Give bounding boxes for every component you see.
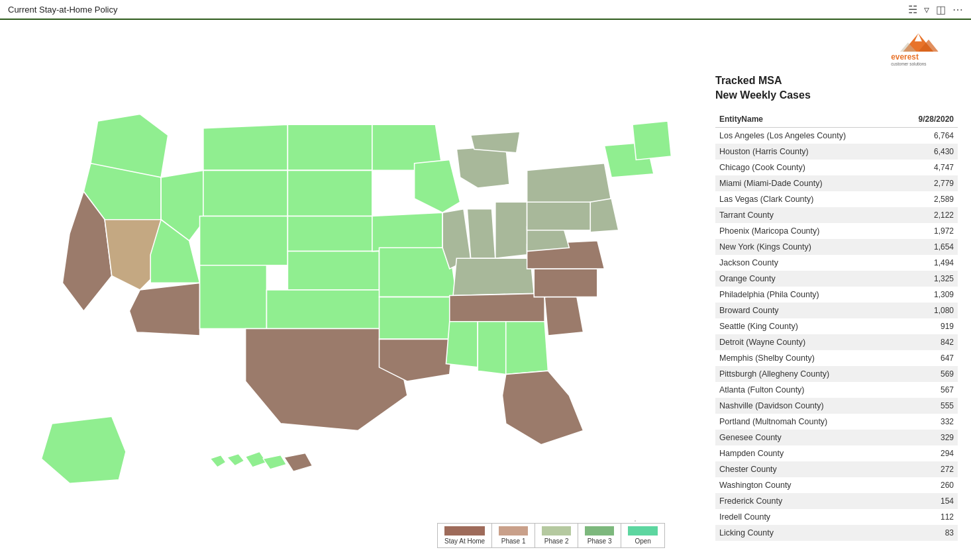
- entity-name-cell: Chicago (Cook County): [715, 160, 899, 175]
- table-row: Chicago (Cook County)4,747: [715, 160, 958, 175]
- table-row: Orange County1,325: [715, 271, 958, 287]
- us-map: [13, 38, 689, 541]
- table-row: Houston (Harris County)6,430: [715, 144, 958, 160]
- header: Current Stay-at-Home Policy ☵ ▿ ◫ ⋯: [0, 0, 971, 20]
- panel-title-line1: Tracked MSA: [715, 75, 782, 86]
- legend-color-swatch: [628, 526, 658, 536]
- svg-text:customer solutions: customer solutions: [891, 62, 926, 66]
- table-row: New York (Kings County)1,654: [715, 239, 958, 255]
- table-row: Detroit (Wayne County)842: [715, 334, 958, 350]
- value-cell: 919: [899, 318, 958, 334]
- value-cell: 6,430: [899, 144, 958, 160]
- page-title: Current Stay-at-Home Policy: [8, 5, 117, 15]
- entity-name-cell: Orange County: [715, 271, 899, 287]
- value-cell: 260: [899, 477, 958, 493]
- table-row: Iredell County112: [715, 509, 958, 525]
- data-table: EntityName 9/28/2020 Los Angeles (Los An…: [715, 111, 958, 541]
- value-cell: 1,494: [899, 255, 958, 271]
- everest-logo: everest customer solutions: [885, 30, 958, 67]
- entity-name-cell: Philadelphia (Phila County): [715, 287, 899, 303]
- panel-title: Tracked MSANew Weekly Cases: [715, 73, 958, 103]
- right-panel: everest customer solutions Tracked MSANe…: [702, 20, 971, 560]
- legend-item: Phase 2: [535, 524, 578, 547]
- legend-label: Phase 2: [544, 537, 569, 545]
- entity-name-cell: Phoenix (Maricopa County): [715, 223, 899, 239]
- table-row: Memphis (Shelby County)647: [715, 350, 958, 366]
- map-legend: [635, 520, 636, 522]
- save-icon[interactable]: ◫: [936, 3, 946, 16]
- value-cell: 272: [899, 461, 958, 477]
- table-row: Jackson County1,494: [715, 255, 958, 271]
- value-cell: 647: [899, 350, 958, 366]
- column-entity: EntityName: [715, 111, 899, 128]
- entity-name-cell: Hampden County: [715, 445, 899, 461]
- table-row: Broward County1,080: [715, 303, 958, 318]
- value-cell: 2,779: [899, 175, 958, 191]
- value-cell: 1,309: [899, 287, 958, 303]
- value-cell: 1,325: [899, 271, 958, 287]
- legend-label: Open: [635, 537, 650, 545]
- value-cell: 842: [899, 334, 958, 350]
- table-row: Phoenix (Maricopa County)1,972: [715, 223, 958, 239]
- entity-name-cell: Frederick County: [715, 493, 899, 509]
- table-row: Atlanta (Fulton County)567: [715, 382, 958, 398]
- value-cell: 2,122: [899, 207, 958, 223]
- table-row: Las Vegas (Clark County)2,589: [715, 191, 958, 207]
- entity-name-cell: Las Vegas (Clark County): [715, 191, 899, 207]
- svg-text:everest: everest: [891, 52, 919, 62]
- entity-name-cell: Atlanta (Fulton County): [715, 382, 899, 398]
- column-date: 9/28/2020: [899, 111, 958, 128]
- value-cell: 6,764: [899, 127, 958, 144]
- legend-item: Stay At Home: [438, 524, 492, 547]
- entity-name-cell: Chester County: [715, 461, 899, 477]
- value-cell: 332: [899, 414, 958, 430]
- table-row: Genesee County329: [715, 430, 958, 445]
- table-row: Washington County260: [715, 477, 958, 493]
- filter-icon[interactable]: ▿: [924, 3, 929, 16]
- entity-name-cell: Houston (Harris County): [715, 144, 899, 160]
- value-cell: 2,589: [899, 191, 958, 207]
- entity-name-cell: New York (Kings County): [715, 239, 899, 255]
- entity-name-cell: Washington County: [715, 477, 899, 493]
- more-icon[interactable]: ⋯: [952, 3, 963, 16]
- table-row: Nashville (Davidson County)555: [715, 398, 958, 414]
- table-body: Los Angeles (Los Angeles County)6,764Hou…: [715, 127, 958, 541]
- table-row: Tarrant County2,122: [715, 207, 958, 223]
- value-cell: 555: [899, 398, 958, 414]
- entity-name-cell: Licking County: [715, 525, 899, 541]
- entity-name-cell: Tarrant County: [715, 207, 899, 223]
- legend-label: Phase 1: [501, 537, 526, 545]
- table-row: Chester County272: [715, 461, 958, 477]
- entity-name-cell: Los Angeles (Los Angeles County): [715, 127, 899, 144]
- value-cell: 154: [899, 493, 958, 509]
- value-cell: 567: [899, 382, 958, 398]
- copy-icon[interactable]: ☵: [908, 3, 917, 16]
- value-cell: 1,654: [899, 239, 958, 255]
- map-area: [0, 20, 702, 560]
- legend-color-swatch: [444, 526, 485, 536]
- value-cell: 112: [899, 509, 958, 525]
- table-row: Philadelphia (Phila County)1,309: [715, 287, 958, 303]
- value-cell: 1,972: [899, 223, 958, 239]
- value-cell: 4,747: [899, 160, 958, 175]
- legend-color-swatch: [499, 526, 528, 536]
- legend-label: Phase 3: [588, 537, 612, 545]
- entity-name-cell: Jackson County: [715, 255, 899, 271]
- entity-name-cell: Detroit (Wayne County): [715, 334, 899, 350]
- map-container: [13, 38, 689, 541]
- legend-item: Phase 1: [492, 524, 535, 547]
- value-cell: 569: [899, 366, 958, 382]
- entity-name-cell: Nashville (Davidson County): [715, 398, 899, 414]
- table-row: Los Angeles (Los Angeles County)6,764: [715, 127, 958, 144]
- logo-area: everest customer solutions: [715, 30, 958, 67]
- entity-name-cell: Iredell County: [715, 509, 899, 525]
- legend-color-swatch: [542, 526, 571, 536]
- entity-name-cell: Pittsburgh (Allegheny County): [715, 366, 899, 382]
- legend-color-swatch: [585, 526, 614, 536]
- entity-name-cell: Miami (Miami-Dade County): [715, 175, 899, 191]
- table-row: Frederick County154: [715, 493, 958, 509]
- legend-item: Phase 3: [578, 524, 621, 547]
- value-cell: 294: [899, 445, 958, 461]
- table-row: Miami (Miami-Dade County)2,779: [715, 175, 958, 191]
- entity-name-cell: Broward County: [715, 303, 899, 318]
